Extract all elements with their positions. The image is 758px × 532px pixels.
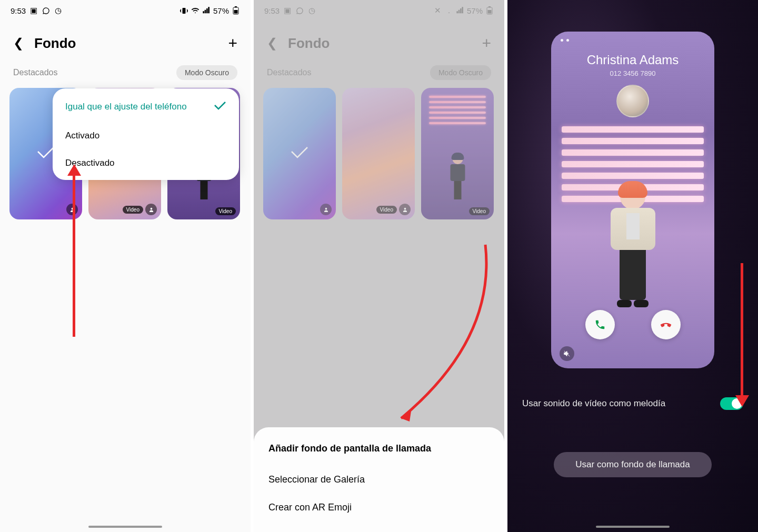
svg-marker-10	[401, 408, 412, 421]
home-indicator[interactable]	[596, 526, 670, 528]
vibrate-icon	[180, 6, 188, 15]
annotation-arrow	[741, 263, 743, 397]
image-icon: ▣	[283, 6, 292, 15]
person-badge-icon	[66, 204, 78, 215]
caller-name: Christina Adams	[551, 53, 714, 67]
add-button[interactable]: +	[482, 34, 491, 52]
add-button[interactable]: +	[228, 34, 237, 52]
status-time: 9:53	[11, 6, 26, 15]
page-title: Fondo	[288, 35, 471, 52]
selected-check-icon	[291, 145, 308, 163]
wallpaper-thumb-1[interactable]	[263, 88, 336, 219]
screen-3: Christina Adams 012 3456 7890 Usar sonid…	[507, 0, 758, 532]
toggle-label: Usar sonido de vídeo como melodía	[522, 398, 665, 409]
featured-label: Destacados	[267, 68, 312, 77]
wallpaper-thumb-3[interactable]: Video	[421, 88, 494, 219]
person-badge-icon	[320, 204, 332, 215]
video-badge: Video	[469, 207, 490, 215]
svg-rect-6	[488, 6, 491, 7]
home-indicator[interactable]	[88, 526, 162, 528]
svg-rect-1	[235, 6, 237, 7]
status-bar: 9:53 ▣ ◷ 57%	[0, 0, 251, 18]
sheet-item-ar-emoji[interactable]: Crear con AR Emoji	[268, 494, 490, 521]
avatar-figure	[443, 154, 472, 201]
sheet-item-gallery[interactable]: Seleccionar de Galería	[268, 466, 490, 494]
screen-2: 9:53 ▣ ◷ ✕ 57% ❮ Fondo + Destacados Modo…	[254, 0, 504, 532]
annotation-arrow	[73, 174, 75, 337]
wifi-icon	[445, 6, 453, 15]
signal-icon	[456, 6, 464, 15]
dark-mode-chip[interactable]: Modo Oscuro	[176, 65, 237, 80]
status-time: 9:53	[264, 6, 280, 15]
popup-item-activated[interactable]: Activado	[53, 122, 239, 149]
thumbnail-row: Video Video	[254, 85, 504, 222]
svg-point-9	[404, 207, 406, 209]
section-header: Destacados Modo Oscuro	[0, 60, 251, 85]
svg-rect-7	[488, 10, 492, 14]
image-icon: ▣	[29, 6, 38, 15]
screen-1: 9:53 ▣ ◷ 57% ❮ Fondo + Destacados Modo O…	[0, 0, 251, 532]
accept-call-button[interactable]	[585, 310, 615, 339]
section-header: Destacados Modo Oscuro	[254, 60, 504, 85]
whatsapp-icon	[295, 6, 304, 15]
signal-icon	[202, 6, 211, 15]
mute-icon	[560, 346, 574, 361]
decline-call-button[interactable]	[651, 310, 681, 339]
popup-item-label: Activado	[65, 131, 99, 141]
wallpaper-thumb-2[interactable]: Video	[342, 88, 415, 219]
selected-check-icon	[37, 145, 55, 163]
check-icon	[214, 100, 226, 114]
svg-rect-2	[234, 10, 238, 14]
whatsapp-icon	[42, 6, 50, 15]
popup-item-same-as-phone[interactable]: Igual que el ajuste del teléfono	[53, 92, 239, 122]
battery-icon	[485, 6, 494, 15]
sheet-title: Añadir fondo de pantalla de llamada	[268, 443, 490, 454]
annotation-arrow	[391, 234, 496, 434]
use-as-background-button[interactable]: Usar como fondo de llamada	[554, 452, 712, 477]
bottom-sheet: Añadir fondo de pantalla de llamada Sele…	[254, 427, 504, 532]
back-button[interactable]: ❮	[13, 36, 24, 51]
clock-icon: ◷	[54, 6, 62, 15]
person-badge-icon	[145, 204, 157, 215]
dark-mode-chip[interactable]: Modo Oscuro	[430, 65, 491, 80]
call-preview: Christina Adams 012 3456 7890	[551, 32, 714, 368]
preview-dots-icon	[561, 39, 569, 42]
avatar-character	[599, 184, 667, 310]
featured-label: Destacados	[13, 68, 58, 77]
page-title: Fondo	[34, 35, 217, 52]
svg-point-8	[325, 207, 327, 209]
video-badge: Video	[123, 206, 143, 214]
status-bar: 9:53 ▣ ◷ ✕ 57%	[254, 0, 504, 18]
caller-avatar	[616, 85, 649, 117]
status-battery: 57%	[467, 6, 483, 15]
battery-icon	[232, 6, 240, 15]
video-badge: Video	[376, 206, 397, 214]
svg-point-4	[150, 207, 152, 209]
status-battery: 57%	[213, 6, 229, 15]
popup-item-label: Igual que el ajuste del teléfono	[65, 102, 187, 112]
video-badge: Video	[215, 207, 236, 215]
clock-icon: ◷	[307, 6, 316, 15]
toggle-row: Usar sonido de vídeo como melodía	[507, 397, 758, 410]
wifi-icon	[191, 6, 200, 15]
vibrate-icon: ✕	[434, 6, 442, 15]
header: ❮ Fondo +	[254, 18, 504, 60]
header: ❮ Fondo +	[0, 18, 251, 60]
back-button[interactable]: ❮	[267, 36, 277, 51]
person-badge-icon	[399, 204, 411, 215]
caller-number: 012 3456 7890	[551, 69, 714, 77]
